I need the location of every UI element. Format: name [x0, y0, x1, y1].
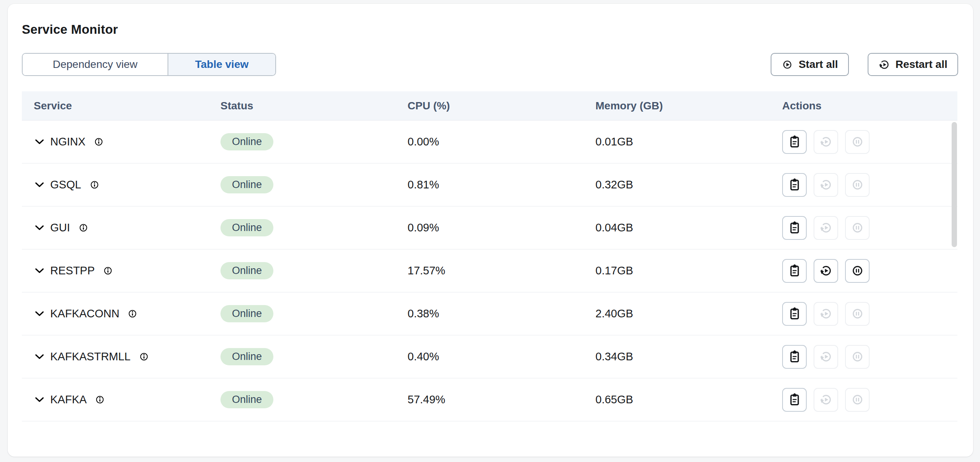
pause-service-button [845, 130, 870, 154]
copy-report-button[interactable] [782, 173, 807, 197]
vertical-scrollbar-thumb[interactable] [952, 122, 957, 247]
cpu-value: 0.81% [396, 178, 584, 191]
restart-all-button[interactable]: Restart all [868, 53, 958, 76]
expand-row-button[interactable] [34, 308, 45, 320]
service-info-button[interactable] [77, 222, 89, 234]
memory-value: 0.01GB [584, 135, 770, 148]
expand-row-button[interactable] [34, 136, 45, 148]
tab-dependency-view-label: Dependency view [53, 58, 137, 71]
pause-service-button [845, 216, 870, 240]
copy-report-button[interactable] [782, 345, 807, 369]
copy-report-button[interactable] [782, 130, 807, 154]
pause-circle-icon [851, 393, 864, 406]
copy-report-button[interactable] [782, 259, 807, 283]
clipboard-icon [788, 135, 801, 148]
info-icon [138, 351, 150, 363]
service-info-button[interactable] [138, 351, 150, 363]
pause-service-button [845, 345, 870, 369]
memory-value: 0.17GB [584, 264, 770, 277]
table-row: KAFKA Online 57.49% 0.65GB [22, 378, 957, 421]
service-cell: GUI [22, 221, 209, 234]
service-info-button[interactable] [93, 136, 105, 148]
table-row: NGINX Online 0.00% 0.01GB [22, 120, 957, 163]
status-cell: Online [209, 305, 396, 322]
table-header: Service Status CPU (%) Memory (GB) Actio… [22, 91, 957, 120]
copy-report-button[interactable] [782, 388, 807, 412]
restart-icon [819, 264, 833, 277]
start-all-label: Start all [799, 58, 838, 71]
service-info-button[interactable] [89, 179, 100, 191]
status-badge: Online [220, 391, 273, 408]
service-name: GSQL [50, 178, 81, 191]
pause-circle-icon [851, 307, 864, 320]
table-row: GSQL Online 0.81% 0.32GB [22, 163, 957, 206]
restart-service-button [814, 345, 838, 369]
expand-row-button[interactable] [34, 222, 45, 234]
copy-report-button[interactable] [782, 216, 807, 240]
service-cell: KAFKA [22, 393, 209, 406]
service-info-button[interactable] [94, 394, 106, 406]
restart-icon [819, 135, 833, 148]
info-icon [94, 394, 106, 406]
column-header-actions: Actions [770, 100, 957, 112]
cpu-value: 17.57% [396, 264, 584, 277]
toolbar: Start all Restart all [771, 53, 958, 76]
tab-table-view[interactable]: Table view [168, 54, 275, 75]
services-table: Service Status CPU (%) Memory (GB) Actio… [22, 91, 957, 421]
page-title: Service Monitor [22, 22, 958, 37]
status-badge: Online [220, 176, 273, 193]
restart-service-button [814, 130, 838, 154]
restart-service-button[interactable] [814, 259, 838, 283]
expand-row-button[interactable] [34, 351, 45, 363]
chevron-down-icon [34, 179, 45, 191]
service-cell: NGINX [22, 135, 209, 148]
service-info-button[interactable] [127, 308, 138, 320]
memory-value: 0.32GB [584, 178, 770, 191]
chevron-down-icon [34, 136, 45, 148]
pause-service-button [845, 302, 870, 326]
service-name: GUI [50, 221, 70, 234]
play-circle-icon [781, 59, 793, 71]
service-cell: KAFKASTRMLL [22, 350, 209, 363]
column-header-service: Service [22, 100, 209, 112]
service-info-button[interactable] [102, 265, 114, 277]
clipboard-icon [788, 221, 801, 234]
restart-all-label: Restart all [896, 58, 947, 71]
service-name: KAFKASTRMLL [50, 350, 131, 363]
service-cell: KAFKACONN [22, 307, 209, 320]
status-cell: Online [209, 219, 396, 236]
info-icon [93, 136, 105, 148]
status-badge: Online [220, 133, 273, 150]
tab-dependency-view[interactable]: Dependency view [23, 54, 168, 75]
restart-service-button [814, 388, 838, 412]
pause-circle-icon [851, 178, 864, 191]
restart-icon [819, 178, 833, 191]
table-row: KAFKASTRMLL Online 0.40% 0.34GB [22, 335, 957, 378]
status-badge: Online [220, 305, 273, 322]
expand-row-button[interactable] [34, 394, 45, 406]
chevron-down-icon [34, 222, 45, 234]
start-all-button[interactable]: Start all [771, 53, 849, 76]
clipboard-icon [788, 393, 801, 406]
status-badge: Online [220, 219, 273, 236]
status-cell: Online [209, 133, 396, 150]
expand-row-button[interactable] [34, 265, 45, 277]
cpu-value: 57.49% [396, 393, 584, 406]
actions-cell [770, 130, 957, 154]
cpu-value: 0.38% [396, 307, 584, 320]
service-name: KAFKA [50, 393, 87, 406]
clipboard-icon [788, 350, 801, 363]
pause-service-button[interactable] [845, 259, 870, 283]
status-cell: Online [209, 262, 396, 279]
clipboard-icon [788, 264, 801, 277]
copy-report-button[interactable] [782, 302, 807, 326]
info-icon [102, 265, 114, 277]
cpu-value: 0.40% [396, 350, 584, 363]
clipboard-icon [788, 307, 801, 320]
column-header-status: Status [209, 100, 396, 112]
pause-circle-icon [851, 350, 864, 363]
restart-icon [819, 350, 833, 363]
view-tab-group: Dependency view Table view [22, 53, 276, 76]
service-name: RESTPP [50, 264, 95, 277]
expand-row-button[interactable] [34, 179, 45, 191]
